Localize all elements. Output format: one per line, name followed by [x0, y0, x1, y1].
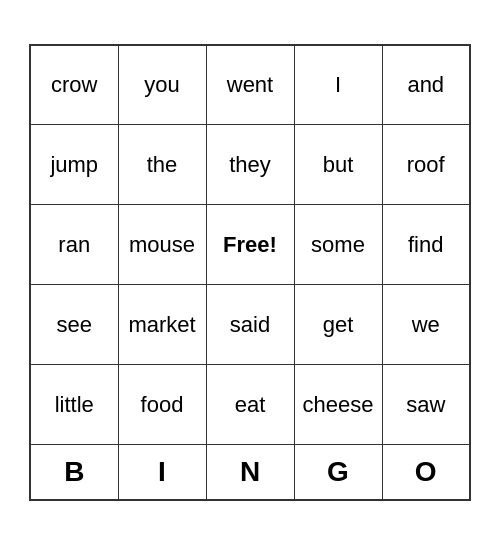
table-row: crowyouwentIand [30, 45, 470, 125]
table-cell: food [118, 365, 206, 445]
table-cell: ran [30, 205, 118, 285]
table-row: seemarketsaidgetwe [30, 285, 470, 365]
table-cell: cheese [294, 365, 382, 445]
table-cell: they [206, 125, 294, 205]
table-cell: the [118, 125, 206, 205]
table-cell: find [382, 205, 470, 285]
table-cell: you [118, 45, 206, 125]
header-cell: O [382, 445, 470, 500]
table-row: jumpthetheybutroof [30, 125, 470, 205]
header-cell: N [206, 445, 294, 500]
table-cell: market [118, 285, 206, 365]
table-cell: I [294, 45, 382, 125]
bingo-card: crowyouwentIandjumpthetheybutroofranmous… [19, 34, 481, 511]
table-cell: get [294, 285, 382, 365]
table-cell: and [382, 45, 470, 125]
table-cell: eat [206, 365, 294, 445]
table-cell: saw [382, 365, 470, 445]
table-row: ranmouseFree!somefind [30, 205, 470, 285]
bingo-table: crowyouwentIandjumpthetheybutroofranmous… [29, 44, 471, 501]
table-cell: jump [30, 125, 118, 205]
table-cell: went [206, 45, 294, 125]
table-row: littlefoodeatcheesesaw [30, 365, 470, 445]
table-cell: Free! [206, 205, 294, 285]
header-cell: G [294, 445, 382, 500]
table-cell: but [294, 125, 382, 205]
table-cell: roof [382, 125, 470, 205]
header-row: BINGO [30, 445, 470, 500]
table-cell: see [30, 285, 118, 365]
table-cell: crow [30, 45, 118, 125]
table-cell: mouse [118, 205, 206, 285]
header-cell: B [30, 445, 118, 500]
table-cell: little [30, 365, 118, 445]
header-cell: I [118, 445, 206, 500]
table-cell: said [206, 285, 294, 365]
table-cell: some [294, 205, 382, 285]
table-cell: we [382, 285, 470, 365]
